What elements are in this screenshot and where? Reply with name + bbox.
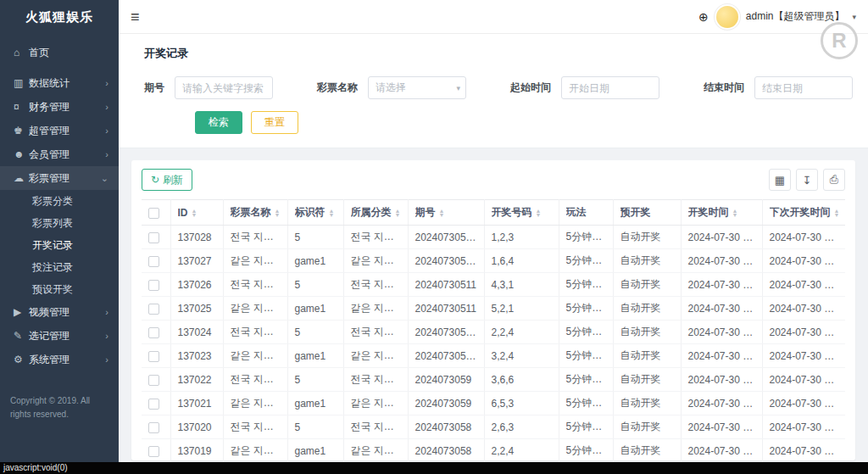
cell-category: 전국 지역... [343,415,408,439]
caret-down-icon[interactable]: ▾ [852,13,856,21]
row-checkbox[interactable] [148,422,159,433]
globe-icon[interactable]: ⊕ [698,10,709,24]
cell-lottery-name: 같은 지역... [223,297,287,321]
row-checkbox[interactable] [148,232,159,243]
column-header: ID [178,207,188,219]
sidebar-item-members[interactable]: ☻ 会员管理 › [0,142,119,166]
cell-pre-draw: 自动开奖 [613,415,681,439]
row-checkbox[interactable] [148,399,159,410]
cell-id: 137024 [170,321,223,344]
content: 开奖记录 期号 彩票名称 请选择 ▾ 起始时间 [119,34,868,474]
chevron-right-icon: › [105,125,108,136]
refresh-label: 刷新 [163,173,183,187]
sort-icon[interactable] [192,209,198,217]
cell-play-type: 5分钟1期 [559,415,613,439]
cell-pre-draw: 自动开奖 [613,392,681,415]
cell-id: 137021 [170,392,223,415]
sidebar-item-label: 超管管理 [29,124,105,138]
cell-next-draw-time: 2024-07-30 01:... [762,273,845,297]
app-window: 火狐狸娱乐 ⌂ 首页 ▥ 数据统计 › ¤ 财务管理 › ♚ 超管管理 › [0,0,868,474]
column-header: 标识符 [295,205,326,220]
cell-pre-draw: 自动开奖 [613,439,681,463]
sort-icon[interactable] [732,209,738,217]
submenu-label: 预设开奖 [32,282,73,297]
sort-icon[interactable] [439,209,445,217]
sidebar-item-system[interactable]: ⚙ 系统管理 › [0,348,119,371]
cell-next-draw-time: 2024-07-30 00:... [762,321,845,344]
cell-play-type: 5分钟1期 [559,297,613,321]
video-icon: ▶ [14,306,29,318]
start-time-label: 起始时间 [510,81,551,95]
row-checkbox[interactable] [148,351,159,362]
cell-draw-time: 2024-07-30 01:... [681,226,762,249]
chevron-right-icon: › [105,331,108,341]
refresh-button[interactable]: ↻ 刷新 [142,169,192,191]
print-icon[interactable]: ⎙ [823,169,845,191]
sort-icon[interactable] [275,209,281,217]
row-checkbox[interactable] [148,304,159,315]
end-time-label: 结束时间 [704,81,744,95]
lottery-name-label: 彩票名称 [317,81,358,95]
sort-icon[interactable] [834,209,839,217]
sidebar-subitem-lottery-category[interactable]: 彩票分类 [0,190,119,212]
table-row: 137026 전국 지역... 5 전국 지역... 20240730511 4… [142,273,845,297]
select-all-checkbox[interactable] [148,208,159,219]
sidebar-item-video[interactable]: ▶ 视频管理 › [0,300,119,324]
avatar[interactable] [716,6,738,28]
reset-button[interactable]: 重置 [251,111,298,134]
sidebar-item-lottery[interactable]: ☁ 彩票管理 ⌄ [0,166,119,190]
cell-pre-draw: 自动开奖 [613,273,681,297]
row-checkbox[interactable] [148,375,159,386]
table-row: 137022 전국 지역... 5 전국 지역... 2024073059 3,… [142,368,845,392]
caret-down-icon: ▾ [456,84,460,92]
cell-draw-time: 2024-07-30 00:... [681,297,762,321]
sidebar-subitem-preset-draw[interactable]: 预设开奖 [0,278,119,300]
cell-next-draw-time: 2024-07-30 00:... [762,368,845,392]
sidebar-item-label: 数据统计 [29,76,105,91]
cell-pre-draw: 自动开奖 [613,249,681,273]
home-icon: ⌂ [14,47,29,59]
issue-search-input[interactable] [175,76,273,99]
start-date-input[interactable] [561,76,659,99]
sidebar-subitem-lottery-list[interactable]: 彩票列表 [0,212,119,234]
end-date-input[interactable] [754,76,853,99]
sidebar-item-notes[interactable]: ✎ 选记管理 › [0,324,119,348]
cell-lottery-name: 전국 지역... [223,226,287,249]
download-icon[interactable]: ↧ [796,169,818,191]
sort-icon[interactable] [395,209,401,217]
user-name[interactable]: admin【超级管理员】 [746,9,845,24]
sort-icon[interactable] [536,209,542,217]
copyright-text: Copyright © 2019. All rights reserved. [10,394,112,421]
cell-draw-time: 2024-07-30 00:... [681,368,762,392]
lottery-submenu: 彩票分类 彩票列表 开奖记录 投注记录 预设开奖 [0,190,119,300]
hamburger-icon[interactable]: ≡ [131,9,140,25]
cell-identifier: game1 [287,392,343,415]
sidebar-subitem-bet-records[interactable]: 投注记录 [0,256,119,278]
sidebar-item-finance[interactable]: ¤ 财务管理 › [0,95,119,119]
sidebar-item-label: 选记管理 [29,329,105,343]
row-checkbox[interactable] [148,446,159,457]
cell-next-draw-time: 2024-07-30 01:... [762,297,845,321]
row-checkbox[interactable] [148,327,159,338]
issue-label: 期号 [144,81,164,95]
cell-draw-numbers: 5,2,1 [484,297,559,321]
cell-play-type: 5分钟1期 [559,273,613,297]
sidebar-subitem-draw-records[interactable]: 开奖记录 [0,234,119,256]
columns-icon[interactable]: ▦ [769,169,791,191]
row-checkbox[interactable] [148,280,159,291]
sidebar-item-statistics[interactable]: ▥ 数据统计 › [0,71,119,95]
cell-next-draw-time: 2024-07-30 00:... [762,392,845,415]
sidebar-item-label: 系统管理 [29,353,105,367]
sort-icon[interactable] [329,209,335,217]
cell-draw-time: 2024-07-30 00:... [681,321,762,344]
table-row: 137025 같은 지역... game1 같은 지역... 202407305… [142,297,845,321]
registered-mark-watermark: R [821,22,858,59]
column-header: 玩法 [566,205,587,220]
cell-pre-draw: 自动开奖 [613,321,681,344]
lottery-name-select[interactable]: 请选择 ▾ [368,76,466,99]
sidebar-item-home[interactable]: ⌂ 首页 [0,41,119,64]
row-checkbox[interactable] [148,256,159,267]
cell-draw-numbers: 6,5,3 [484,392,559,415]
sidebar-item-superadmin[interactable]: ♚ 超管管理 › [0,119,119,142]
search-button[interactable]: 检索 [195,111,242,134]
